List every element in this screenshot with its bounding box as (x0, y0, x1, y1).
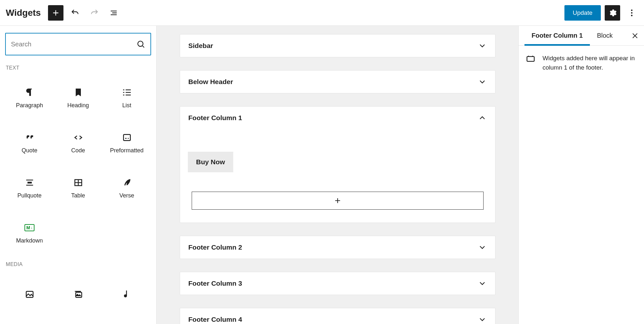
widget-area-below-header: Below Header (180, 70, 495, 93)
area-title: Footer Column 1 (188, 114, 242, 122)
svg-rect-4 (123, 134, 130, 140)
block-label: Heading (67, 102, 89, 109)
block-label: Table (71, 192, 85, 199)
paragraph-icon (24, 87, 35, 98)
settings-panel: Footer Column 1 Block Widgets added here… (518, 26, 644, 324)
markdown-icon: M↓ (24, 223, 35, 233)
svg-rect-5 (27, 182, 32, 183)
chevron-down-icon (478, 243, 487, 252)
svg-point-0 (631, 9, 633, 11)
block-audio[interactable] (102, 272, 151, 317)
block-heading[interactable]: Heading (54, 75, 102, 120)
area-title: Sidebar (188, 42, 213, 50)
settings-description: Widgets added here will appear in column… (543, 53, 637, 72)
area-header[interactable]: Sidebar (180, 34, 495, 57)
block-list[interactable]: List (102, 75, 151, 120)
undo-button[interactable] (67, 5, 83, 21)
audio-icon (122, 289, 132, 300)
widget-area-footer-2: Footer Column 2 (180, 236, 495, 259)
chevron-down-icon (478, 77, 487, 86)
svg-point-3 (138, 41, 143, 46)
add-block-placeholder[interactable] (192, 192, 484, 210)
svg-rect-9 (527, 57, 534, 62)
chevron-down-icon (478, 315, 487, 324)
block-label: Pullquote (17, 192, 42, 199)
area-title: Footer Column 4 (188, 316, 242, 323)
widget-area-footer-3: Footer Column 3 (180, 272, 495, 295)
tab-block[interactable]: Block (590, 26, 620, 45)
plus-icon (333, 196, 342, 205)
feather-icon (122, 177, 132, 188)
chevron-down-icon (478, 279, 487, 288)
area-header[interactable]: Footer Column 1 (180, 107, 495, 129)
search-field-wrap[interactable] (5, 33, 151, 55)
section-label-media: MEDIA (6, 262, 151, 267)
block-verse[interactable]: Verse (102, 166, 151, 211)
block-label: Paragraph (16, 102, 43, 109)
block-inserter-panel: TEXT Paragraph Heading List Quote (0, 26, 157, 324)
tab-widget-area[interactable]: Footer Column 1 (524, 26, 590, 45)
block-label: Markdown (16, 237, 43, 244)
quote-icon (24, 132, 35, 143)
section-label-text: TEXT (6, 65, 151, 71)
gear-icon (608, 8, 617, 17)
more-vertical-icon (627, 8, 636, 17)
block-label: Preformatted (110, 147, 143, 154)
top-toolbar: Widgets Update (0, 0, 644, 26)
area-title: Footer Column 3 (188, 280, 242, 287)
gallery-icon (73, 289, 83, 300)
search-input[interactable] (11, 41, 136, 48)
page-title: Widgets (6, 8, 41, 18)
code-icon (73, 132, 83, 143)
block-preformatted[interactable]: Preformatted (102, 120, 151, 166)
update-button[interactable]: Update (564, 5, 601, 21)
svg-point-2 (631, 14, 633, 16)
chevron-up-icon (478, 113, 487, 122)
block-quote[interactable]: Quote (5, 120, 54, 166)
search-icon (136, 40, 145, 49)
block-label: Verse (119, 192, 134, 199)
area-header[interactable]: Footer Column 2 (180, 236, 495, 259)
chevron-down-icon (478, 41, 487, 50)
widgets-canvas: Sidebar Below Header Footer Column 1 (157, 26, 518, 324)
block-label: Code (71, 147, 85, 154)
block-code[interactable]: Code (54, 120, 102, 166)
area-header[interactable]: Below Header (180, 71, 495, 93)
svg-point-1 (631, 12, 633, 14)
list-view-button[interactable] (106, 5, 121, 21)
options-button[interactable] (624, 5, 639, 21)
add-block-button[interactable] (48, 5, 63, 21)
block-image[interactable] (5, 272, 54, 317)
block-label: List (122, 102, 131, 109)
block-table[interactable]: Table (54, 166, 102, 211)
preformatted-icon (122, 132, 132, 143)
list-view-icon (109, 8, 118, 17)
table-icon (73, 177, 83, 188)
redo-icon (90, 8, 99, 17)
list-icon (122, 87, 132, 98)
plus-icon (51, 8, 60, 17)
undo-icon (71, 8, 80, 17)
area-header[interactable]: Footer Column 3 (180, 272, 495, 295)
settings-button[interactable] (605, 5, 620, 21)
block-label: Quote (22, 147, 37, 154)
close-settings-button[interactable] (629, 29, 641, 42)
widget-area-footer-1: Footer Column 1 Buy Now (180, 106, 495, 223)
pullquote-icon (24, 177, 35, 188)
button-block[interactable]: Buy Now (188, 152, 234, 172)
block-gallery[interactable] (54, 272, 102, 317)
widget-area-sidebar: Sidebar (180, 34, 495, 57)
block-pullquote[interactable]: Pullquote (5, 166, 54, 211)
widget-area-footer-4: Footer Column 4 (180, 308, 495, 324)
block-markdown[interactable]: M↓ Markdown (5, 211, 54, 256)
svg-rect-7 (26, 291, 33, 298)
image-icon (24, 289, 35, 300)
close-icon (631, 32, 639, 40)
block-paragraph[interactable]: Paragraph (5, 75, 54, 120)
bookmark-icon (73, 87, 83, 98)
area-header[interactable]: Footer Column 4 (180, 308, 495, 324)
area-title: Below Header (188, 78, 233, 86)
widget-area-icon (526, 54, 537, 65)
redo-button[interactable] (87, 5, 102, 21)
area-title: Footer Column 2 (188, 243, 242, 251)
